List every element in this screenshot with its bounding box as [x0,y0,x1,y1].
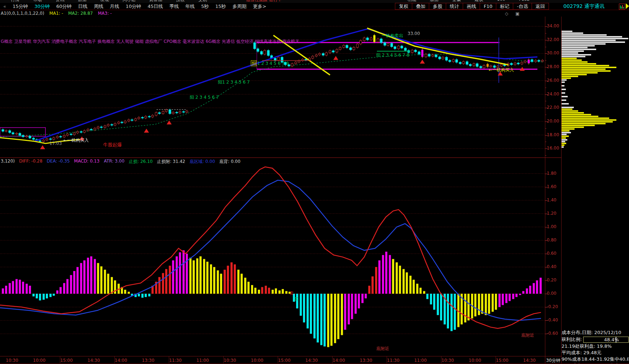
candle-body [414,50,417,52]
period-tab-15秒[interactable]: 15秒 [215,3,226,10]
toolbar-button-画线[interactable]: 画线 [463,3,480,10]
macd-tick-mark [545,227,547,227]
period-tab-周线[interactable]: 周线 [94,3,104,10]
macd-histogram-bar [334,294,336,343]
cost-distribution-bar [562,146,564,148]
titlebar-item[interactable]: 资讯 [56,0,64,3]
avg-cost-line: 平均成本: 29.48元 [562,350,629,356]
back-icon[interactable]: « [3,4,6,9]
titlebar-item[interactable]: 功能 [408,0,416,3]
period-tab-60分钟[interactable]: 60分钟 [56,3,72,10]
candle-body [165,110,167,112]
cost-distribution-bar [562,68,606,70]
titlebar-item[interactable]: 版面 [430,0,439,3]
titlebar-item[interactable]: F152 [519,0,530,3]
period-tab-15分钟[interactable]: 15分钟 [13,3,28,10]
macd-histogram-bar [426,294,428,299]
candle-body [56,136,58,138]
titlebar-item[interactable]: 建议 [475,0,483,3]
stock-identity[interactable]: 002792 通宇通讯 [563,3,604,10]
candle-body [469,65,471,66]
titlebar-item[interactable]: 数据 [78,0,87,3]
titlebar-item[interactable]: 财富圈 [149,0,162,3]
macd-value: ATR: 3.00 [104,159,124,164]
titlebar-item[interactable]: 交易 [198,0,207,3]
macd-value: DEA: -0.35 [47,159,70,164]
macd-histogram-bar [324,294,326,346]
toolbar-button-F10[interactable]: F10 [480,3,496,10]
period-tab-45日线[interactable]: 45日线 [148,3,163,10]
candle-body [373,35,375,42]
titlebar-item[interactable]: 问小达 [123,0,136,3]
macd-histogram-bar [182,250,185,294]
chart-corner-icons[interactable]: ◇ ▣ [505,11,522,16]
cost-distribution-bar [562,56,585,57]
titlebar-item[interactable]: 发现 [100,0,109,3]
period-tab-5秒[interactable]: 5秒 [201,3,209,10]
macd-header: 3,120)DIFF: -0.28DEA: -0.35MACD: 0.13ATR… [1,159,241,164]
candle-body [124,121,126,123]
period-tab-30分钟[interactable]: 30分钟 [35,3,50,10]
axis-divider-left [545,17,545,364]
time-label: 11:30 [169,358,182,363]
mini-chart-icon[interactable] [619,4,625,10]
period-tab-日线[interactable]: 日线 [78,3,88,10]
candle-body [128,120,130,121]
period-tab-多周期[interactable]: 多周期 [233,3,247,10]
titlebar-item[interactable]: 投教 [176,0,185,3]
cost-distribution-bar [562,76,578,77]
candle-body [182,112,185,112]
cost-distribution-bar [562,121,613,123]
titlebar-item[interactable]: 100 [497,0,505,3]
stock-code: 002792 [563,3,582,9]
period-tab-10分钟[interactable]: 10分钟 [126,3,141,10]
macd-histogram-bar [512,294,514,299]
candle-body [541,60,544,61]
macd-tick-mark [545,254,547,254]
candle-body [179,112,181,113]
candle-body [418,52,420,54]
period-tab-月线[interactable]: 月线 [110,3,119,10]
titlebar-menu-left[interactable]: 行情市场资讯数据发现问小达财富圈投教交易 [11,0,207,3]
candle-body [380,39,382,43]
macd-histogram-bar [76,267,79,294]
macd-histogram-bar [254,288,256,294]
macd-tick-label: 0.80 [547,238,563,243]
panel-separator[interactable] [0,157,561,158]
toolbar-button-返回[interactable]: 返回 [532,3,549,10]
toolbar-button--自选[interactable]: -自选 [513,3,532,10]
candle-body [90,129,92,130]
cost-distribution-bar [562,58,577,59]
toolbar-button-标记[interactable]: 标记 [496,3,513,10]
time-label: 10:30 [6,358,18,363]
toolbar-button-多股[interactable]: 多股 [429,3,446,10]
titlebar-item[interactable]: 全赢 [452,0,461,3]
price-minor-tick [545,88,546,88]
candle-body [114,124,116,125]
titlebar-item[interactable]: 市场 [33,0,42,3]
titlebar-item[interactable]: 行情 [11,0,19,3]
main-chart-canvas[interactable]: 一机构卖出33.00阳1 2 3 4 5 6 7 8阳 2 3 4 5 6 7 … [0,17,545,356]
period-tab-更多>[interactable]: 更多> [253,3,267,10]
period-tab-季线[interactable]: 季线 [170,3,179,10]
macd-histogram-bar [389,255,391,294]
concept-tags[interactable]: G概念 卫星导航 华为汽车 消费电子概念 汽车电子 换电概念 无人驾驶 储能 虚… [1,39,282,45]
macd-histogram-bar [60,287,62,294]
titlebar-menu-right[interactable]: 功能版面全赢建议100F152 [408,0,530,3]
candle-body [155,112,157,115]
toolbar-button-复权[interactable]: 复权 [395,3,412,10]
candle-body [510,63,513,65]
price-minor-tick [545,142,546,142]
macd-histogram-bar [275,288,277,294]
macd-histogram-bar [107,274,109,294]
toolbar-button-叠加[interactable]: 叠加 [412,3,429,10]
play-arrow-icon[interactable] [626,3,629,9]
candle-body [141,117,144,118]
macd-histogram-bar [73,271,75,294]
macd-histogram-bar [16,279,18,294]
candle-body [176,112,178,113]
cost-distribution-bar [562,89,566,90]
toolbar-button-统计[interactable]: 统计 [446,3,463,10]
period-tab-年线[interactable]: 年线 [185,3,195,10]
macd-histogram-bar [19,280,21,294]
